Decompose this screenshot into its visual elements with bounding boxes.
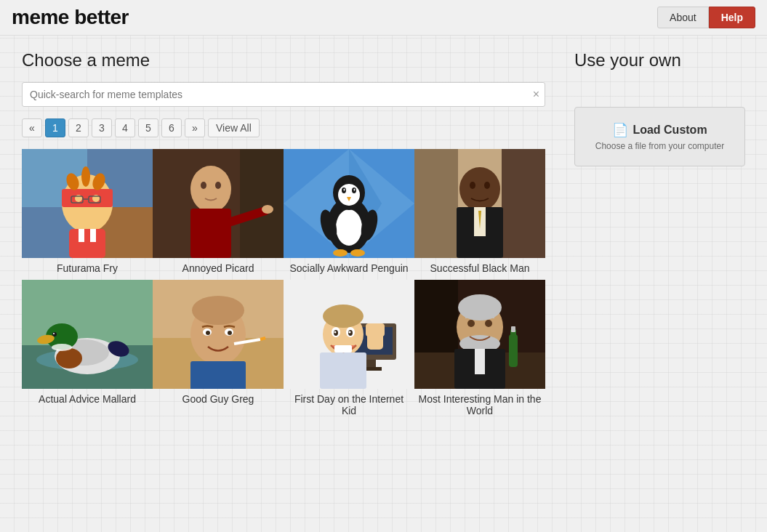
meme-item-mallard[interactable]: Actual Advice Mallard	[22, 280, 153, 416]
right-panel: Use your own 📄 Load Custom Choose a file…	[574, 50, 745, 422]
nav-buttons: About Help	[657, 7, 755, 28]
prev-page-button[interactable]: «	[22, 118, 42, 137]
svg-point-37	[350, 249, 365, 257]
svg-point-33	[344, 189, 345, 191]
meme-label-penguin: Socially Awkward Penguin	[286, 262, 411, 274]
app-title: meme better	[12, 6, 129, 29]
svg-point-28	[336, 209, 362, 246]
load-custom-button[interactable]: 📄 Load Custom Choose a file from your co…	[574, 107, 745, 166]
help-button[interactable]: Help	[709, 7, 755, 28]
next-page-button[interactable]: »	[185, 118, 205, 137]
svg-point-87	[349, 331, 351, 334]
meme-item-futurama[interactable]: Futurama Fry	[22, 149, 153, 274]
svg-rect-99	[511, 326, 515, 332]
meme-black-man-image	[414, 149, 545, 258]
search-container: ×	[22, 82, 545, 107]
svg-point-22	[201, 182, 206, 189]
svg-rect-13	[69, 229, 105, 258]
svg-point-100	[467, 320, 475, 327]
page-5-button[interactable]: 5	[138, 118, 158, 137]
svg-point-86	[334, 331, 337, 334]
svg-point-18	[190, 166, 231, 212]
svg-point-48	[484, 182, 490, 189]
svg-point-64	[192, 296, 244, 325]
page-3-button[interactable]: 3	[92, 118, 112, 137]
svg-point-43	[459, 167, 500, 211]
svg-rect-96	[475, 349, 485, 374]
svg-point-57	[52, 332, 57, 336]
svg-point-101	[485, 320, 492, 327]
svg-rect-40	[414, 149, 458, 258]
meme-label-greg: Good Guy Greg	[180, 393, 257, 405]
meme-label-futurama: Futurama Fry	[54, 262, 121, 274]
choose-meme-title: Choose a meme	[22, 50, 545, 70]
meme-label-black-man: Successful Black Man	[427, 262, 533, 274]
svg-point-34	[354, 189, 356, 191]
svg-rect-15	[90, 229, 96, 242]
about-button[interactable]: About	[657, 7, 709, 28]
svg-point-70	[228, 331, 232, 335]
svg-point-8	[81, 166, 90, 187]
search-clear-icon[interactable]: ×	[533, 89, 539, 100]
meme-label-internet-kid: First Day on the Internet Kid	[284, 393, 414, 416]
page-6-button[interactable]: 6	[161, 118, 182, 137]
page-4-button[interactable]: 4	[115, 118, 135, 137]
search-input[interactable]	[22, 82, 545, 107]
svg-point-36	[333, 249, 348, 257]
meme-item-greg[interactable]: Good Guy Greg	[153, 280, 284, 416]
svg-point-69	[206, 331, 210, 335]
page-2-button[interactable]: 2	[68, 118, 89, 137]
svg-point-56	[52, 344, 72, 351]
meme-label-mallard: Actual Advice Mallard	[36, 393, 139, 405]
meme-item-internet-kid[interactable]: First Day on the Internet Kid	[284, 280, 414, 416]
svg-point-23	[215, 182, 221, 189]
page-1-button[interactable]: 1	[45, 118, 65, 137]
load-custom-label: 📄 Load Custom	[612, 122, 707, 138]
svg-point-58	[53, 333, 55, 334]
svg-point-47	[470, 182, 475, 189]
meme-penguin-image	[284, 149, 414, 258]
svg-rect-19	[190, 209, 231, 258]
meme-item-penguin[interactable]: Socially Awkward Penguin	[284, 149, 414, 274]
meme-grid: Futurama Fry Ann	[22, 149, 545, 422]
meme-internet-kid-image	[284, 280, 414, 389]
svg-point-78	[323, 305, 364, 328]
svg-point-30	[338, 184, 360, 206]
svg-rect-14	[79, 229, 84, 242]
pagination: « 1 2 3 4 5 6 » View All	[22, 118, 545, 137]
meme-label-picard: Annoyed Picard	[180, 262, 257, 274]
left-panel: Choose a meme × « 1 2 3 4 5 6 » View All	[22, 50, 545, 422]
meme-mallard-image	[22, 280, 153, 389]
meme-item-interesting-man[interactable]: Most Interesting Man in the World	[414, 280, 545, 416]
meme-label-interesting-man: Most Interesting Man in the World	[414, 393, 545, 416]
svg-line-66	[260, 338, 265, 339]
meme-greg-image	[153, 280, 284, 389]
svg-rect-88	[334, 345, 352, 352]
svg-rect-97	[509, 334, 518, 367]
main-content: Choose a meme × « 1 2 3 4 5 6 » View All	[0, 36, 767, 437]
meme-item-picard[interactable]: Annoyed Picard	[153, 149, 284, 274]
svg-rect-4	[62, 189, 113, 207]
svg-rect-71	[190, 361, 246, 389]
view-all-button[interactable]: View All	[208, 118, 260, 137]
meme-item-black-man[interactable]: Successful Black Man	[414, 149, 545, 274]
svg-rect-79	[320, 352, 366, 389]
top-bar: meme better About Help	[0, 0, 767, 36]
load-custom-sub: Choose a file from your computer	[595, 141, 724, 151]
use-own-title: Use your own	[574, 50, 745, 70]
meme-futurama-image	[22, 149, 153, 258]
meme-interesting-man-image	[414, 280, 545, 389]
svg-point-54	[56, 348, 82, 368]
svg-rect-81	[366, 323, 385, 336]
svg-rect-42	[502, 149, 545, 258]
file-icon: 📄	[612, 122, 628, 138]
meme-picard-image	[153, 149, 284, 258]
svg-point-21	[262, 205, 273, 214]
svg-point-93	[458, 294, 502, 321]
